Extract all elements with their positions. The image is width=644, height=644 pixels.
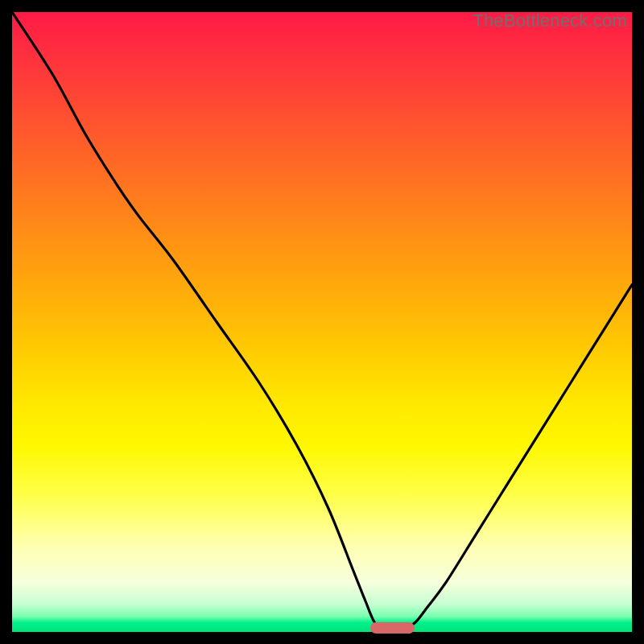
optimal-marker [370,622,415,634]
chart-frame: TheBottleneck.com [0,0,644,644]
plot-area: TheBottleneck.com [12,12,632,632]
curve-svg [12,12,632,632]
bottleneck-curve-path [12,12,632,630]
watermark-text: TheBottleneck.com [473,10,627,31]
